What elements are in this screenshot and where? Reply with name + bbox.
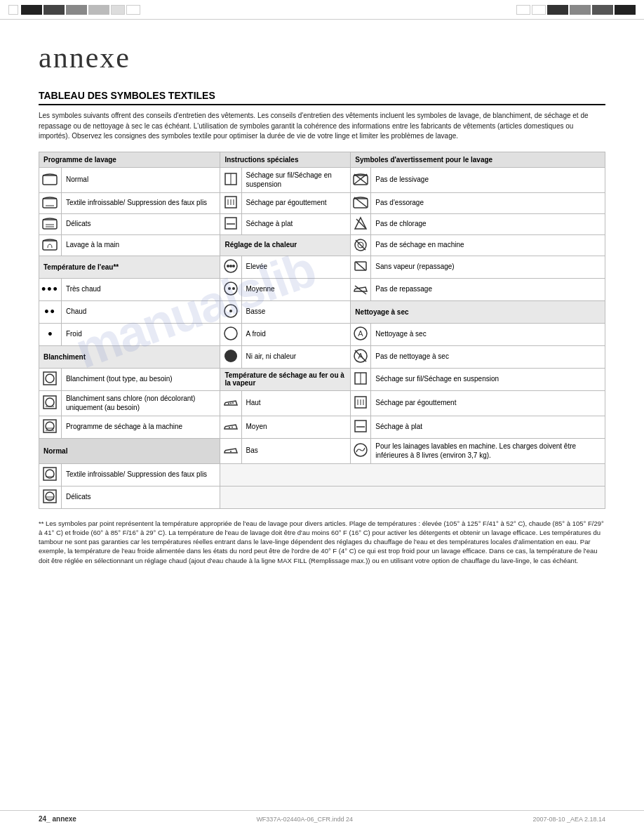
label-heat-med: Moyenne: [241, 278, 351, 300]
icon-dot-1: •: [39, 323, 62, 345]
label-no-heat: Ni air, ni chaleur: [241, 345, 351, 368]
svg-point-62: [229, 427, 230, 428]
symbols-table: Programme de lavage Instructions spécial…: [39, 152, 605, 509]
icon-perm-press2: [39, 463, 62, 486]
dry-clean-header: Nettoyage à sec: [351, 300, 605, 323]
svg-point-66: [230, 451, 232, 452]
normal-shaded: Normal: [39, 438, 220, 463]
date-info: 2007-08-10 _AEA 2.18.14: [532, 816, 605, 823]
label-perm-press: Textile infroissable/ Suppression des fa…: [61, 192, 220, 213]
iron-temp-header: Température de séchage au fer ou à la va…: [220, 368, 351, 390]
svg-point-63: [232, 426, 233, 428]
icon-no-wash: [351, 167, 371, 192]
icon-iron-high: [220, 390, 241, 416]
label-a-froid: A froid: [241, 323, 351, 345]
table-row: Délicats: [39, 486, 605, 508]
icon-no-dry-clean: A: [351, 345, 371, 368]
icon-perm-press: [39, 192, 62, 213]
page-footer: 24_ annexe WF337A-02440A-06_CFR.indd 24 …: [0, 810, 644, 827]
icon-no-iron: [351, 278, 371, 300]
label-flat-dry2: Séchage à plat: [371, 416, 605, 438]
label-no-iron: Pas de repassage: [371, 278, 605, 300]
icon-drip-dry: [220, 192, 241, 213]
table-row: ••• Très chaud Moyenne Pas de repassage: [39, 278, 605, 300]
svg-point-59: [46, 422, 54, 430]
icon-bleach-all: [39, 368, 62, 390]
bar-right-1: [516, 5, 530, 15]
svg-point-36: [229, 310, 232, 312]
bar-block-1: [21, 5, 42, 15]
svg-point-40: [224, 350, 237, 362]
bar-block-2: [43, 5, 65, 15]
svg-point-53: [232, 402, 234, 404]
bar-block-3: [66, 5, 87, 15]
label-no-bleach: Pas de chlorage: [371, 213, 605, 234]
label-flat-dry: Séchage à plat: [241, 213, 351, 234]
empty-cell2: [220, 486, 605, 508]
table-row: Normal Séchage sur fil/Séchage en suspen…: [39, 167, 605, 192]
icon-no-spin: [351, 192, 371, 213]
bar-block-6: [126, 5, 140, 15]
icon-heat-low: [220, 300, 241, 323]
icon-dots-2: ••: [39, 300, 62, 323]
label-delicate: Délicats: [61, 213, 220, 234]
table-row: Programme de séchage à la machine Moyen …: [39, 416, 605, 438]
section-description: Les symboles suivants offrent des consei…: [39, 111, 605, 142]
empty-cell: [220, 463, 605, 486]
icon-wash-normal: [39, 167, 62, 192]
label-iron-low: Bas: [241, 438, 351, 463]
top-bar-right: [516, 5, 636, 15]
table-row: Textile infroissable/ Suppression des fa…: [39, 192, 605, 213]
label-bleach-machine: Programme de séchage à la machine: [61, 416, 220, 438]
table-row: •• Chaud Basse Nettoyage à sec: [39, 300, 605, 323]
svg-point-45: [46, 374, 54, 383]
svg-point-32: [228, 287, 231, 290]
main-content: annexe TABLEAU DES SYMBOLES TEXTILES Les…: [0, 20, 644, 588]
table-row: • Froid A froid A Nettoyage à sec: [39, 323, 605, 345]
svg-line-24: [356, 240, 365, 250]
svg-text:A: A: [358, 329, 364, 338]
top-bar-box: [8, 5, 18, 15]
table-row: Blanchiment sans chlore (non décolorant)…: [39, 390, 605, 416]
svg-point-28: [232, 265, 235, 267]
table-row: Normal Bas Pour les lainages lavables en…: [39, 438, 605, 463]
icon-hang-dry2: [351, 368, 371, 390]
label-no-spin: Pas d'essorage: [371, 192, 605, 213]
table-row: Délicats Séchage à plat Pas de chlorage: [39, 213, 605, 234]
label-drip-dry2: Séchage par égouttement: [371, 390, 605, 416]
label-iron-high: Haut: [241, 390, 351, 416]
svg-point-37: [224, 327, 237, 340]
svg-rect-6: [43, 199, 57, 208]
icon-no-steam: [351, 256, 371, 278]
svg-line-30: [356, 262, 365, 270]
label-froid: Froid: [61, 323, 220, 345]
svg-point-27: [227, 265, 229, 267]
label-iron-med: Moyen: [241, 416, 351, 438]
file-info: WF337A-02440A-06_CFR.indd 24: [256, 816, 353, 823]
label-dry-clean: Nettoyage à sec: [371, 323, 605, 345]
icon-hand-wash: [39, 234, 62, 256]
bar-right-3: [547, 5, 568, 15]
svg-rect-21: [43, 241, 57, 250]
icon-cold: [220, 323, 241, 345]
col-header-special: Instructions spéciales: [220, 152, 351, 167]
icon-iron-low: [220, 438, 241, 463]
label-normal: Normal: [61, 167, 220, 192]
icon-no-machine-dry: [351, 234, 371, 256]
svg-point-33: [232, 287, 235, 290]
label-tres-chaud: Très chaud: [61, 278, 220, 300]
label-heat-low: Basse: [241, 300, 351, 323]
col-header-warning: Symboles d'avertissement pour le lavage: [351, 152, 605, 167]
section-title: TABLEAU DES SYMBOLES TEXTILES: [39, 90, 605, 105]
col-header-wash: Programme de lavage: [39, 152, 220, 167]
page-title: annexe: [39, 41, 605, 74]
table-row: Textile infroissable/ Suppression des fa…: [39, 463, 605, 486]
icon-flat-dry2: [351, 416, 371, 438]
icon-delicate2: [39, 486, 62, 508]
page: manualslib annexe TABLEAU DES SYMBOLES T…: [0, 0, 644, 834]
label-bleach-all: Blanchiment (tout type, au besoin): [61, 368, 220, 390]
icon-bleach-machine: [39, 416, 62, 438]
table-row: Blanchiment Ni air, ni chaleur A Pas de …: [39, 345, 605, 368]
bar-block-5: [111, 5, 125, 15]
icon-hang-dry: [220, 167, 241, 192]
